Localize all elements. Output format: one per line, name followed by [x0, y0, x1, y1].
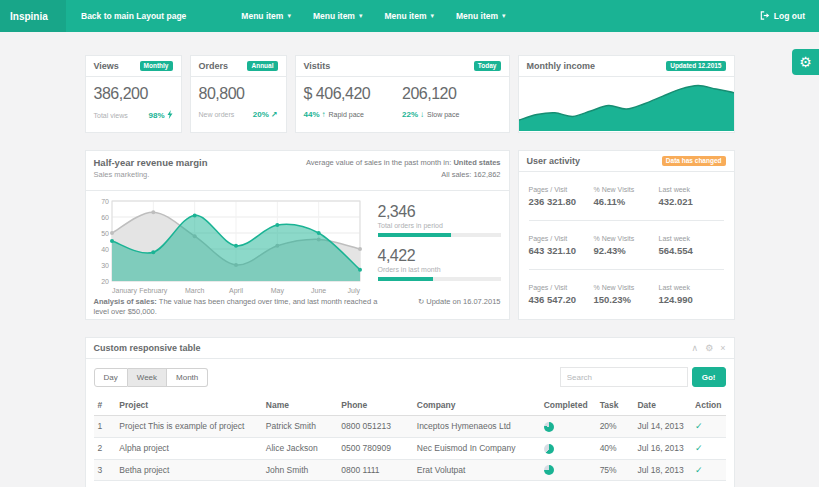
completed-pie-icon: [544, 465, 554, 475]
table-row-section: Custom responsive table ∧ ⚙ × Day Week M…: [85, 337, 735, 487]
orders-period-badge: Annual: [247, 61, 277, 72]
cell-phone: 0800 051213: [337, 416, 413, 438]
table-row: 4 Gamma project Anna Jordan (016077) 064…: [94, 481, 726, 487]
bolt-icon: [167, 110, 173, 121]
wrench-icon[interactable]: ⚙: [705, 343, 713, 353]
filter-month-button[interactable]: Month: [167, 368, 208, 387]
activity-row: Pages / Visit436 547.20 % New Visits150.…: [529, 270, 724, 319]
check-icon[interactable]: ✓: [695, 421, 703, 431]
monthly-income-chart: [519, 77, 734, 131]
sign-out-icon: [760, 11, 770, 22]
views-period-badge: Monthly: [140, 61, 173, 72]
svg-text:March: March: [184, 287, 204, 294]
col-company: Company: [413, 395, 540, 416]
visits-left-value: $ 406,420: [304, 85, 403, 103]
custom-table-card: Custom responsive table ∧ ⚙ × Day Week M…: [85, 337, 735, 487]
cell-project: Alpha project: [115, 437, 261, 459]
views-label: Total views: [94, 112, 128, 119]
level-up-icon: ↗: [271, 110, 278, 119]
cell-task: 40%: [596, 437, 634, 459]
last-month-label: Orders in last month: [378, 266, 501, 273]
cell-num: 2: [94, 437, 116, 459]
total-orders-value: 2,346: [378, 203, 501, 221]
collapse-icon[interactable]: ∧: [692, 343, 699, 353]
visits-right-delta: 22%↓: [402, 110, 424, 119]
completed-pie-icon: [544, 422, 554, 432]
check-icon[interactable]: ✓: [695, 443, 703, 453]
go-button[interactable]: Go!: [692, 367, 726, 387]
filter-day-button[interactable]: Day: [94, 368, 128, 387]
filter-week-button[interactable]: Week: [128, 368, 167, 387]
total-orders-progress: [378, 233, 501, 237]
cell-num: 3: [94, 459, 116, 481]
col-phone: Phone: [337, 395, 413, 416]
chevron-down-icon: ▾: [359, 12, 363, 20]
data-changed-badge: Data has changed: [662, 156, 726, 167]
cell-company: Erat Volutpat: [413, 459, 540, 481]
refresh-icon: ↻: [418, 297, 424, 306]
main-menu: Menu item▾ Menu item▾ Menu item▾ Menu it…: [230, 0, 516, 32]
menu-item-2[interactable]: Menu item▾: [302, 0, 374, 32]
top-navbar: Inspinia Back to main Layout page Menu i…: [0, 0, 819, 32]
avg-country: United states: [453, 158, 500, 167]
svg-text:May: May: [270, 287, 284, 295]
cell-company: Tellus Ltd: [413, 481, 540, 487]
logout-label: Log out: [774, 11, 805, 21]
back-to-main-link[interactable]: Back to main Layout page: [81, 11, 186, 21]
col-project: Project: [115, 395, 261, 416]
visits-right-value: 206,120: [402, 85, 501, 103]
user-activity-card: User activity Data has changed Pages / V…: [518, 150, 735, 320]
check-icon[interactable]: ✓: [695, 465, 703, 475]
visits-right-stat: 206,120 22%↓ Slow pace: [402, 85, 501, 124]
cell-task: 18%: [596, 481, 634, 487]
cell-date: Jul 22, 2013: [633, 481, 691, 487]
last-month-value: 4,422: [378, 247, 501, 265]
monthly-income-card: Monthly income Updated 12.2015: [518, 55, 735, 133]
menu-item-label: Menu item: [456, 11, 498, 21]
revenue-card: Half-year revenue margin Sales marketing…: [85, 150, 510, 320]
search-input[interactable]: [560, 367, 688, 387]
revenue-title: Half-year revenue margin: [94, 157, 208, 168]
orders-label: New orders: [199, 111, 235, 118]
cell-project: Betha project: [115, 459, 261, 481]
col-num: #: [94, 395, 116, 416]
table-row: 2 Alpha project Alice Jackson 0500 78090…: [94, 437, 726, 459]
cell-name: Anna Jordan: [262, 481, 337, 487]
close-icon[interactable]: ×: [720, 343, 725, 353]
chevron-down-icon: ▾: [430, 12, 434, 20]
menu-item-1[interactable]: Menu item▾: [230, 0, 302, 32]
theme-settings-button[interactable]: ⚙: [792, 49, 819, 75]
menu-item-3[interactable]: Menu item▾: [373, 0, 445, 32]
cell-num: 4: [94, 481, 116, 487]
table-row: 3 Betha project John Smith 0800 1111 Era…: [94, 459, 726, 481]
svg-text:July: July: [347, 287, 360, 295]
cell-phone: 0800 1111: [337, 459, 413, 481]
menu-item-label: Menu item: [313, 11, 355, 21]
revenue-subtitle: Sales marketing.: [94, 170, 208, 179]
monthly-income-title: Monthly income: [527, 61, 596, 71]
visits-left-delta: 44%↑: [304, 110, 326, 119]
col-completed: Completed: [540, 395, 596, 416]
page-content: Views Monthly 386,200 Total views 98% Or…: [85, 32, 735, 487]
activity-row: Pages / Visit236 321.80 % New Visits46.1…: [529, 172, 724, 221]
orders-card-title: Orders: [199, 61, 229, 71]
brand-logo[interactable]: Inspinia: [0, 0, 66, 32]
svg-text:60: 60: [101, 214, 109, 221]
revenue-stats: 2,346 Total orders in period 4,422 Order…: [366, 195, 501, 295]
last-month-progress: [378, 277, 501, 281]
projects-table: # Project Name Phone Company Completed T…: [94, 395, 726, 487]
views-card-title: Views: [94, 61, 119, 71]
menu-item-4[interactable]: Menu item▾: [445, 0, 517, 32]
col-name: Name: [262, 395, 337, 416]
logout-button[interactable]: Log out: [760, 0, 805, 32]
activity-row: Pages / Visit643 321.10 % New Visits92.4…: [529, 221, 724, 270]
menu-item-label: Menu item: [384, 11, 426, 21]
visits-left-label: Rapid pace: [329, 111, 364, 118]
stats-row: Views Monthly 386,200 Total views 98% Or…: [85, 55, 735, 133]
svg-text:February: February: [139, 287, 168, 295]
views-delta: 98%: [148, 110, 172, 121]
cell-company: Nec Euismod In Company: [413, 437, 540, 459]
middle-row: Half-year revenue margin Sales marketing…: [85, 150, 735, 320]
cell-phone: 0500 780909: [337, 437, 413, 459]
orders-delta: 20%↗: [253, 110, 278, 119]
